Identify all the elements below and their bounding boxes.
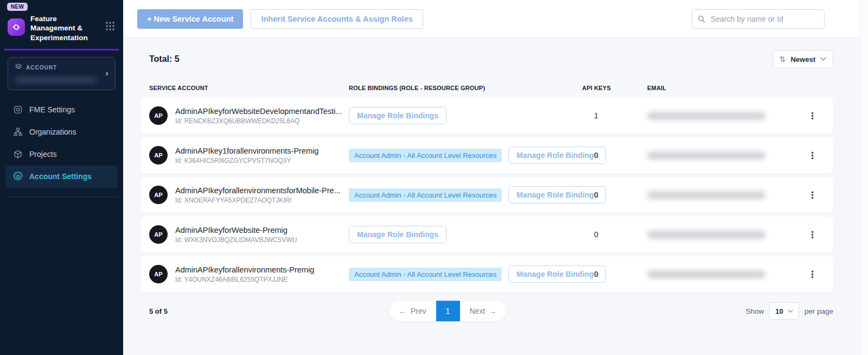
cube-icon xyxy=(13,149,23,159)
gear-icon xyxy=(13,172,23,181)
role-bindings-cell: Account Admin - All Account Level Resour… xyxy=(349,147,582,164)
service-account-name: AdminAPIkey1forallenvironments-Premig xyxy=(175,147,318,155)
kebab-menu-icon[interactable]: ⋮ xyxy=(808,230,817,239)
search-icon xyxy=(697,15,706,23)
next-page-button[interactable]: Next → xyxy=(460,301,507,321)
prev-page-button[interactable]: ← Prev xyxy=(390,301,436,321)
service-account-cell: AP AdminAPIkeyforallenvironments-Premig … xyxy=(141,265,349,283)
api-keys-count: 0 xyxy=(582,270,647,278)
account-selector[interactable]: ACCOUNT › xyxy=(8,57,116,90)
pager: ← Prev 1 Next → xyxy=(390,301,507,321)
avatar: AP xyxy=(149,106,168,125)
manage-role-bindings-button[interactable]: Manage Role Bindings xyxy=(349,107,446,124)
sidebar-item-projects[interactable]: Projects xyxy=(5,143,118,166)
kebab-menu-icon[interactable]: ⋮ xyxy=(808,111,817,121)
sort-dropdown[interactable]: ⇅ Newest xyxy=(773,50,833,68)
service-account-id: Id: K364HIC5RI6GZGYCPVST7NOQ3Y xyxy=(175,157,318,164)
arrow-left-icon: ← xyxy=(399,307,407,315)
email-redacted xyxy=(647,112,765,120)
chevron-right-icon: › xyxy=(105,68,108,79)
table-body: AP AdminAPIkeyforWebsiteDevelopmentandTe… xyxy=(141,98,833,292)
sidebar-item-label: FME Settings xyxy=(29,105,75,114)
arrow-right-icon: → xyxy=(489,307,496,315)
page-size-select[interactable]: 10 xyxy=(769,302,799,320)
role-binding-badge: Account Admin - All Account Level Resour… xyxy=(349,268,502,281)
email-cell xyxy=(647,151,783,160)
service-account-name: AdminAPIkeyforWebsite-Premig xyxy=(175,226,297,234)
sidebar-item-label: Organizations xyxy=(29,128,76,136)
email-redacted xyxy=(647,191,765,199)
column-header-email: EMAIL xyxy=(647,85,783,91)
chevron-down-icon xyxy=(820,56,826,62)
role-bindings-cell: Manage Role Bindings xyxy=(349,107,582,124)
sidebar-item-organizations[interactable]: Organizations xyxy=(5,121,118,143)
table-row: AP AdminAPIkeyforWebsiteDevelopmentandTe… xyxy=(141,98,833,134)
table-row: AP AdminAPIkey1forallenvironments-Premig… xyxy=(141,137,833,173)
avatar: AP xyxy=(149,146,168,164)
role-binding-badge: Account Admin - All Account Level Resour… xyxy=(349,188,502,202)
sidebar-nav: FME Settings Organizations Projects xyxy=(5,99,118,197)
api-keys-count: 0 xyxy=(582,151,647,160)
service-account-name: AdminAPIkeyforallenvironments-Premig xyxy=(175,265,314,274)
sidebar-item-label: Projects xyxy=(29,150,57,159)
email-cell xyxy=(647,270,783,278)
new-service-account-button[interactable]: + New Service Account xyxy=(137,9,243,29)
avatar: AP xyxy=(149,225,168,244)
sort-value: Newest xyxy=(790,55,815,64)
kebab-menu-icon[interactable]: ⋮ xyxy=(808,191,817,200)
role-binding-badge: Account Admin - All Account Level Resour… xyxy=(349,149,502,162)
role-bindings-cell: Account Admin - All Account Level Resour… xyxy=(349,186,582,204)
pagination-bar: 5 of 5 ← Prev 1 Next → Show 10 xyxy=(141,301,833,321)
table-row: AP AdminAPIkeyforallenvironmentsforMobil… xyxy=(141,177,833,213)
service-account-id: Id: XNOERAFYYA5XPDEZ7AOQTJKIRI xyxy=(175,196,341,204)
list-toolbar: Total: 5 ⇅ Newest xyxy=(141,50,833,68)
app-grid-icon[interactable] xyxy=(105,21,116,34)
org-chart-icon xyxy=(13,127,23,137)
email-cell xyxy=(647,231,783,239)
search-input[interactable] xyxy=(692,9,825,29)
service-account-name: AdminAPIkeyforallenvironmentsforMobile-P… xyxy=(175,186,341,195)
service-account-id: Id: Y4OUNXZ46A6IBL6255QTPXJJNE xyxy=(175,276,314,283)
scrollbar-track[interactable] xyxy=(860,0,868,355)
service-account-id: Id: WXK3NVOJBQZILIDMAVBJWCSVWU xyxy=(175,236,297,244)
sidebar-item-label: Account Settings xyxy=(29,172,92,181)
sidebar-header: NEW Feature Management & Experimentation xyxy=(0,0,123,42)
per-page-label: per page xyxy=(805,307,833,315)
layers-icon xyxy=(15,63,22,73)
row-menu-cell: ⋮ xyxy=(783,270,833,279)
role-bindings-cell: Account Admin - All Account Level Resour… xyxy=(349,265,582,283)
search-box xyxy=(692,9,825,29)
row-menu-cell: ⋮ xyxy=(783,151,833,160)
email-cell xyxy=(647,191,783,199)
email-cell xyxy=(647,112,783,120)
service-account-cell: AP AdminAPIkeyforallenvironmentsforMobil… xyxy=(141,186,349,204)
main-area: + New Service Account Inherit Service Ac… xyxy=(123,0,868,355)
result-count: 5 of 5 xyxy=(141,307,429,315)
sidebar: NEW Feature Management & Experimentation xyxy=(0,0,123,355)
api-keys-count: 0 xyxy=(582,191,647,199)
avatar: AP xyxy=(149,186,168,204)
avatar: AP xyxy=(149,265,168,283)
sidebar-item-fme-settings[interactable]: FME Settings xyxy=(5,99,118,121)
app-logo-icon xyxy=(8,18,25,36)
sidebar-item-account-settings[interactable]: Account Settings xyxy=(5,166,118,188)
account-name-redacted xyxy=(15,77,96,83)
total-count: Total: 5 xyxy=(141,54,180,64)
topbar: + New Service Account Inherit Service Ac… xyxy=(123,0,868,38)
page-size-controls: Show 10 per page xyxy=(745,302,833,320)
kebab-menu-icon[interactable]: ⋮ xyxy=(808,270,817,279)
content: Total: 5 ⇅ Newest SERVICE ACCOUNT ROLE B… xyxy=(123,38,868,355)
service-account-cell: AP AdminAPIkey1forallenvironments-Premig… xyxy=(141,146,349,164)
table-row: AP AdminAPIkeyforallenvironments-Premig … xyxy=(141,256,833,292)
service-account-name: AdminAPIkeyforWebsiteDevelopmentandTesti… xyxy=(175,107,342,116)
page-number-button[interactable]: 1 xyxy=(436,301,460,321)
app-title: Feature Management & Experimentation xyxy=(30,14,100,42)
kebab-menu-icon[interactable]: ⋮ xyxy=(808,151,817,160)
inherit-service-accounts-button[interactable]: Inherit Service Accounts & Assign Roles xyxy=(251,9,423,29)
table-row: AP AdminAPIkeyforWebsite-Premig Id: WXK3… xyxy=(141,217,833,252)
manage-role-bindings-button[interactable]: Manage Role Bindings xyxy=(349,226,446,243)
role-bindings-cell: Manage Role Bindings xyxy=(349,226,582,243)
service-account-id: Id: RENCKBZ3XQ6UBBWWEDKD25L6AQ xyxy=(175,117,342,125)
table-header: SERVICE ACCOUNT ROLE BINDINGS (ROLE - RE… xyxy=(141,85,833,91)
row-menu-cell: ⋮ xyxy=(783,230,833,239)
